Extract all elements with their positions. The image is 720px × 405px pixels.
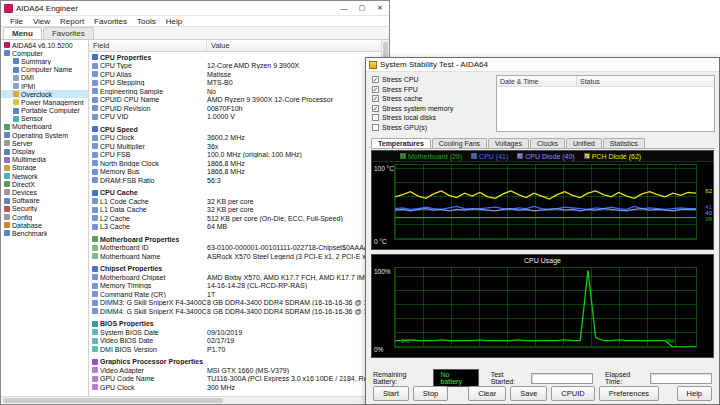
tree-item-portable-computer[interactable]: Portable Computer [1,107,88,115]
legend-item-cpu-41[interactable]: ✓CPU (41) [471,153,508,160]
field-row-command-rate-cr[interactable]: Command Rate (CR)1T [89,290,381,299]
save-button[interactable]: Save [510,386,547,401]
field-row-cpu-fsb[interactable]: CPU FSB100.0 MHz (original: 100 MHz) [89,151,381,160]
checkbox-stress-gpu-s[interactable] [372,124,379,131]
field-row-cpuid-cpu-name[interactable]: CPUID CPU NameAMD Ryzen 9 3900X 12-Core … [89,96,381,105]
tree-item-operating-system[interactable]: Operating System [1,131,88,139]
tree-item-computer[interactable]: Computer [1,49,88,57]
field-row-memory-bus[interactable]: Memory Bus1866.8 MHz [89,168,381,177]
legend-checkbox[interactable]: ✓ [517,153,523,159]
tree-item-storage[interactable]: Storage [1,164,88,172]
checkbox-stress-system-memory[interactable]: ✓ [372,105,379,112]
field-row-l1-data-cache[interactable]: L1 Data Cache32 KB per core [89,206,381,215]
legend-item-pch-diode-62[interactable]: ✓PCH Diode (62) [584,153,641,160]
section-header-motherboard-properties[interactable]: Motherboard Properties [89,235,381,244]
field-row-cpu-alias[interactable]: CPU AliasMatisse [89,70,381,79]
cpuid-button[interactable]: CPUID [551,386,594,401]
tab-temperatures[interactable]: Temperatures [371,138,431,148]
stress-option-stress-cache[interactable]: ✓Stress cache [372,94,492,104]
tree-item-sensor[interactable]: Sensor [1,115,88,123]
panel-tab-menu[interactable]: Menu [3,27,42,39]
sst-titlebar[interactable]: System Stability Test - AIDA64 [366,58,719,72]
tab-unified[interactable]: Unified [566,138,602,148]
tree-item-devices[interactable]: Devices [1,188,88,196]
field-row-gpu-code-name[interactable]: GPU Code NameTU116-300A (PCI Express 3.0… [89,375,381,384]
stress-option-stress-fpu[interactable]: ✓Stress FPU [372,85,492,95]
horizontal-scrollbar-thumb[interactable] [3,398,223,403]
section-header-cpu-speed[interactable]: CPU Speed [89,125,381,134]
checkbox-stress-cache[interactable]: ✓ [372,95,379,102]
stress-option-stress-gpu-s[interactable]: Stress GPU(s) [372,123,492,133]
tree-item-server[interactable]: Server [1,139,88,147]
field-row-cpu-type[interactable]: CPU Type12-Core AMD Ryzen 9 3900X [89,62,381,71]
field-row-motherboard-id[interactable]: Motherboard ID63-0100-000001-00101111-02… [89,244,381,253]
section-header-bios-properties[interactable]: BIOS Properties [89,320,381,329]
help-button[interactable]: Help [677,386,712,401]
field-row-engineering-sample[interactable]: Engineering SampleNo [89,87,381,96]
close-button[interactable]: ✕ [371,1,389,15]
field-row-dimm4-g-skill-sniperx-f4-3400c16-8gsxw[interactable]: DIMM4: G Skill SniperX F4-3400C16-8GSXW8… [89,307,381,316]
checkbox-stress-cpu[interactable]: ✓ [372,76,379,83]
section-header-cpu-cache[interactable]: CPU Cache [89,189,381,198]
section-header-chipset-properties[interactable]: Chipset Properties [89,265,381,274]
tree-item-aida64-v6-10-5200[interactable]: AIDA64 v6.10.5200 [1,41,88,49]
main-titlebar[interactable]: AIDA64 Engineer — ▢ ✕ [1,1,389,16]
horizontal-scrollbar[interactable] [1,396,389,404]
menu-item-report[interactable]: Report [55,17,89,26]
field-row-cpu-stepping[interactable]: CPU SteppingMTS-B0 [89,79,381,88]
field-row-cpu-vid[interactable]: CPU VID1.0000 V [89,113,381,122]
stress-option-stress-local-disks[interactable]: Stress local disks [372,113,492,123]
tree-item-motherboard[interactable]: Motherboard [1,123,88,131]
start-button[interactable]: Start [373,386,409,401]
field-row-video-adapter[interactable]: Video AdapterMSI GTX 1660 (MS-V379) [89,366,381,375]
menu-item-view[interactable]: View [28,17,55,26]
tree-item-software[interactable]: Software [1,197,88,205]
panel-tab-favorites[interactable]: Favorites [43,27,94,39]
tree-item-summary[interactable]: Summary [1,57,88,65]
column-header-status[interactable]: Status [577,76,714,86]
tree-item-network[interactable]: Network [1,172,88,180]
preferences-button[interactable]: Preferences [599,386,659,401]
tree-item-overclock[interactable]: Overclock [1,90,88,98]
checkbox-stress-local-disks[interactable] [372,114,379,121]
field-row-cpu-multiplier[interactable]: CPU Multiplier36x [89,142,381,151]
tree-item-multimedia[interactable]: Multimedia [1,156,88,164]
tree-item-power-management[interactable]: Power Management [1,98,88,106]
field-row-l2-cache[interactable]: L2 Cache512 KB per core (On-Die, ECC, Fu… [89,214,381,223]
checkbox-stress-fpu[interactable]: ✓ [372,86,379,93]
field-row-cpu-clock[interactable]: CPU Clock3600.2 MHz [89,134,381,143]
tree-item-display[interactable]: Display [1,147,88,155]
column-header-datetime[interactable]: Date & Time [497,76,577,86]
field-row-dram-fsb-ratio[interactable]: DRAM:FSB Ratio56:3 [89,176,381,185]
field-row-memory-timings[interactable]: Memory Timings14-16-14-28 (CL-RCD-RP-RAS… [89,282,381,291]
tab-voltages[interactable]: Voltages [488,138,529,148]
menu-item-tools[interactable]: Tools [132,17,161,26]
legend-checkbox[interactable]: ✓ [400,153,406,159]
tree-item-config[interactable]: Config [1,213,88,221]
tree-item-computer-name[interactable]: Computer Name [1,66,88,74]
tree-item-security[interactable]: Security [1,205,88,213]
tree-item-ipmi[interactable]: IPMI [1,82,88,90]
legend-checkbox[interactable]: ✓ [584,153,590,159]
legend-item-cpu-diode-40[interactable]: ✓CPU Diode (40) [517,153,574,160]
field-row-gpu-clock[interactable]: GPU Clock300 MHz [89,383,381,392]
menu-item-favorites[interactable]: Favorites [89,17,132,26]
section-header-graphics-processor-properties[interactable]: Graphics Processor Properties [89,358,381,367]
legend-checkbox[interactable]: ✓ [471,153,477,159]
tree-item-benchmark[interactable]: Benchmark [1,229,88,237]
section-header-cpu-properties[interactable]: CPU Properties [89,53,381,62]
tab-cooling-fans[interactable]: Cooling Fans [432,138,487,148]
field-row-motherboard-name[interactable]: Motherboard NameASRock X570 Steel Legend… [89,252,381,261]
tree-item-directx[interactable]: DirectX [1,180,88,188]
field-row-dimm3-g-skill-sniperx-f4-3400c16-8gsxw[interactable]: DIMM3: G Skill SniperX F4-3400C16-8GSXW8… [89,299,381,308]
field-row-north-bridge-clock[interactable]: North Bridge Clock1866.8 MHz [89,159,381,168]
stress-option-stress-cpu[interactable]: ✓Stress CPU [372,75,492,85]
field-row-dmi-bios-version[interactable]: DMI BIOS VersionP1.70 [89,345,381,354]
field-row-video-bios-date[interactable]: Video BIOS Date02/17/19 [89,337,381,346]
clear-button[interactable]: Clear [468,386,506,401]
minimize-button[interactable]: — [335,1,353,15]
legend-item-motherboard-29[interactable]: ✓Motherboard (29) [400,153,462,160]
tree-item-dmi[interactable]: DMI [1,74,88,82]
tab-statistics[interactable]: Statistics [603,138,645,148]
field-row-system-bios-date[interactable]: System BIOS Date09/10/2019 [89,328,381,337]
